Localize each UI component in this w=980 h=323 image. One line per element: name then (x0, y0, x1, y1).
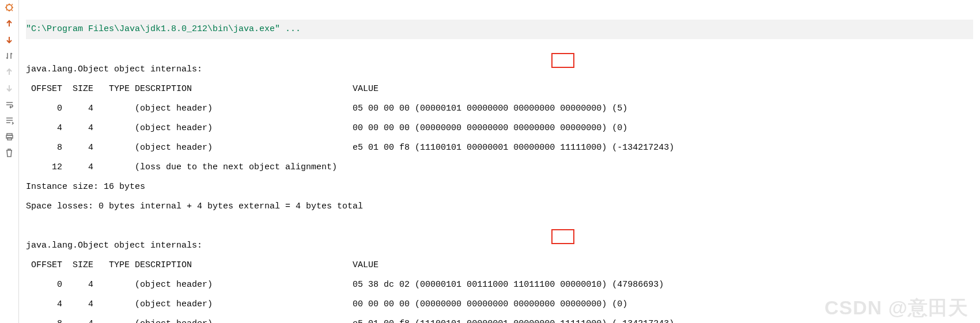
watermark: CSDN @意田天 (824, 298, 968, 317)
section1-row-3: 12 4 (loss due to the next object alignm… (26, 162, 337, 172)
sort-icon[interactable] (4, 51, 14, 61)
section1-row-1: 4 4 (object header) 00 00 00 00 (0000000… (26, 123, 627, 133)
section2-header: OFFSET SIZE TYPE DESCRIPTION VALUE (26, 260, 379, 270)
svg-rect-3 (7, 138, 12, 140)
command-line: "C:\Program Files\Java\jdk1.8.0_212\bin\… (26, 20, 973, 39)
highlight-box-2 (551, 229, 574, 244)
arrow-down-icon[interactable] (4, 35, 14, 45)
section2-row-2: 8 4 (object header) e5 01 00 f8 (1110010… (26, 319, 674, 323)
wrap-icon[interactable] (4, 99, 14, 109)
section1-header: OFFSET SIZE TYPE DESCRIPTION VALUE (26, 84, 379, 94)
section2-title: java.lang.Object object internals: (26, 241, 202, 250)
arrow-up-icon[interactable] (4, 18, 14, 29)
arrow-down-dim-icon (4, 83, 14, 93)
section1-instance: Instance size: 16 bytes (26, 182, 145, 192)
section2-row-0: 0 4 (object header) 05 38 dc 02 (0000010… (26, 280, 664, 290)
console-output[interactable]: "C:\Program Files\Java\jdk1.8.0_212\bin\… (19, 0, 980, 323)
section1-title: java.lang.Object object internals: (26, 64, 202, 74)
highlight-box-1 (551, 53, 574, 68)
console-root: "C:\Program Files\Java\jdk1.8.0_212\bin\… (0, 0, 980, 323)
trash-icon[interactable] (4, 147, 14, 158)
arrow-up-dim-icon (4, 67, 14, 77)
section2-row-1: 4 4 (object header) 00 00 00 00 (0000000… (26, 299, 627, 309)
print-icon[interactable] (4, 131, 14, 142)
scroll-to-end-icon[interactable] (4, 115, 14, 126)
console-gutter (0, 0, 19, 323)
section1-losses: Space losses: 0 bytes internal + 4 bytes… (26, 202, 363, 211)
section1-row-0: 0 4 (object header) 05 00 00 00 (0000010… (26, 104, 627, 113)
section1-row-2: 8 4 (object header) e5 01 00 f8 (1110010… (26, 143, 674, 153)
command-text: "C:\Program Files\Java\jdk1.8.0_212\bin\… (26, 24, 301, 34)
debug-icon[interactable] (4, 2, 14, 13)
